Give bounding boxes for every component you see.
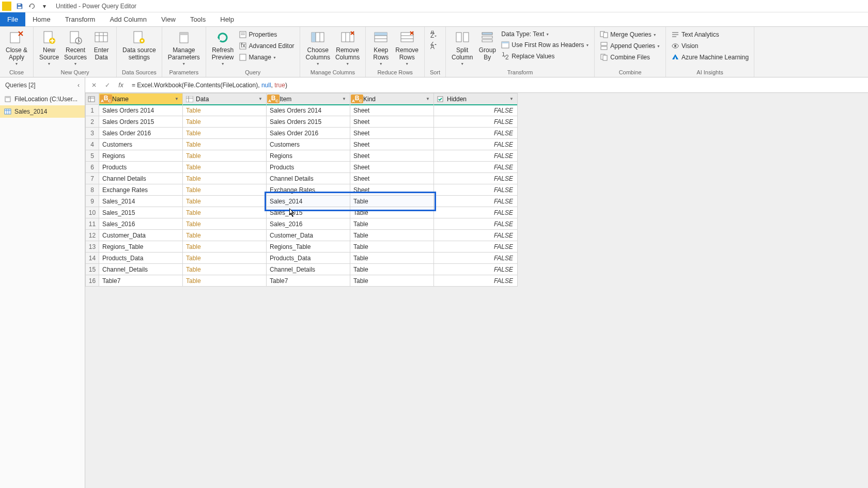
cell-data[interactable]: Table [183, 196, 267, 207]
cell-data[interactable]: Table [183, 264, 267, 275]
cell-kind[interactable]: Sheet [350, 150, 434, 162]
cell-item[interactable]: Customer_Data [267, 230, 350, 241]
table-row[interactable]: 9Sales_2014TableSales_2014TableFALSE [86, 196, 518, 207]
cell-kind[interactable]: Table [350, 253, 434, 264]
cell-data[interactable]: Table [183, 207, 267, 218]
data-source-settings-button[interactable]: Data source settings [120, 28, 159, 62]
cell-item[interactable]: Regions_Table [267, 241, 350, 253]
query-item[interactable]: FileLocation (C:\User... [0, 93, 85, 105]
cell-item[interactable]: Products_Data [267, 253, 350, 264]
split-column-button[interactable]: Split Column▼ [449, 28, 475, 67]
row-number[interactable]: 12 [86, 230, 99, 241]
cell-item[interactable]: Sales_2015 [267, 207, 350, 218]
keep-rows-button[interactable]: Keep Rows▼ [369, 28, 393, 67]
cell-name[interactable]: Table7 [99, 275, 183, 287]
row-number[interactable]: 2 [86, 116, 99, 128]
merge-queries-button[interactable]: Merge Queries▼ [598, 29, 662, 40]
table-row[interactable]: 2Sales Orders 2015TableSales Orders 2015… [86, 116, 518, 128]
cell-name[interactable]: Products_Data [99, 253, 183, 264]
filter-dropdown-icon[interactable]: ▼ [340, 96, 348, 103]
type-icon[interactable] [185, 96, 194, 103]
cell-kind[interactable]: Table [350, 207, 434, 218]
cell-data[interactable]: Table [183, 128, 267, 139]
properties-button[interactable]: Properties [237, 29, 297, 40]
collapse-queries-icon[interactable]: ‹ [78, 82, 80, 89]
cell-kind[interactable]: Table [350, 264, 434, 275]
combine-files-button[interactable]: Combine Files [598, 52, 662, 62]
undo-icon[interactable] [26, 1, 38, 12]
cell-name[interactable]: Channel Details [99, 173, 183, 184]
row-number[interactable]: 16 [86, 275, 99, 287]
data-type-button[interactable]: Data Type: Text▼ [499, 29, 591, 39]
table-row[interactable]: 6ProductsTableProductsSheetFALSE [86, 162, 518, 173]
recent-sources-button[interactable]: Recent Sources▼ [61, 28, 89, 67]
save-icon[interactable] [14, 1, 25, 12]
text-analytics-button[interactable]: Text Analytics [669, 29, 751, 40]
manage-button[interactable]: Manage▼ [237, 52, 297, 62]
cell-kind[interactable]: Table [350, 230, 434, 241]
cell-hidden[interactable]: FALSE [434, 264, 518, 275]
column-header-item[interactable]: ABCItem▼ [267, 93, 350, 105]
table-row[interactable]: 5RegionsTableRegionsSheetFALSE [86, 150, 518, 162]
accept-formula-icon[interactable]: ✓ [102, 80, 113, 91]
cell-data[interactable]: Table [183, 116, 267, 128]
cell-kind[interactable]: Table [350, 218, 434, 230]
row-number[interactable]: 4 [86, 139, 99, 150]
cell-hidden[interactable]: FALSE [434, 230, 518, 241]
cell-hidden[interactable]: FALSE [434, 128, 518, 139]
cell-hidden[interactable]: FALSE [434, 275, 518, 287]
cell-name[interactable]: Regions_Table [99, 241, 183, 253]
cell-kind[interactable]: Sheet [350, 116, 434, 128]
cell-item[interactable]: Exchange Rates [267, 184, 350, 196]
column-header-data[interactable]: Data▼ [183, 93, 267, 105]
cell-item[interactable]: Channel_Details [267, 264, 350, 275]
row-number[interactable]: 15 [86, 264, 99, 275]
cell-hidden[interactable]: FALSE [434, 105, 518, 116]
cell-item[interactable]: Sales_2016 [267, 218, 350, 230]
row-number[interactable]: 1 [86, 105, 99, 116]
cell-item[interactable]: Regions [267, 150, 350, 162]
table-row[interactable]: 3Sales Order 2016TableSales Order 2016Sh… [86, 128, 518, 139]
cell-name[interactable]: Regions [99, 150, 183, 162]
advanced-editor-button[interactable]: fxAdvanced Editor [237, 41, 297, 51]
cell-data[interactable]: Table [183, 275, 267, 287]
fx-icon[interactable]: fx [115, 80, 127, 91]
cell-kind[interactable]: Sheet [350, 162, 434, 173]
cell-hidden[interactable]: FALSE [434, 253, 518, 264]
cell-item[interactable]: Sales Orders 2014 [267, 105, 350, 116]
row-number[interactable]: 5 [86, 150, 99, 162]
cell-hidden[interactable]: FALSE [434, 241, 518, 253]
row-number[interactable]: 9 [86, 196, 99, 207]
column-header-kind[interactable]: ABCKind▼ [350, 93, 434, 105]
cell-data[interactable]: Table [183, 184, 267, 196]
cell-kind[interactable]: Sheet [350, 128, 434, 139]
table-row[interactable]: 7Channel DetailsTableChannel DetailsShee… [86, 173, 518, 184]
cell-item[interactable]: Sales_2014 [267, 196, 350, 207]
grid-corner[interactable] [86, 93, 99, 105]
cell-item[interactable]: Sales Orders 2015 [267, 116, 350, 128]
row-number[interactable]: 14 [86, 253, 99, 264]
tab-file[interactable]: File [0, 12, 25, 26]
tab-home[interactable]: Home [25, 12, 58, 26]
cell-item[interactable]: Products [267, 162, 350, 173]
choose-columns-button[interactable]: Choose Columns▼ [303, 28, 333, 67]
table-row[interactable]: 11Sales_2016TableSales_2016TableFALSE [86, 218, 518, 230]
table-row[interactable]: 12Customer_DataTableCustomer_DataTableFA… [86, 230, 518, 241]
cell-kind[interactable]: Sheet [350, 184, 434, 196]
cell-item[interactable]: Table7 [267, 275, 350, 287]
formula-input[interactable]: = Excel.Workbook(File.Contents(FileLocat… [129, 81, 865, 90]
cell-hidden[interactable]: FALSE [434, 196, 518, 207]
row-number[interactable]: 7 [86, 173, 99, 184]
row-number[interactable]: 8 [86, 184, 99, 196]
cell-kind[interactable]: Sheet [350, 139, 434, 150]
cell-data[interactable]: Table [183, 241, 267, 253]
type-icon[interactable]: ABC [101, 96, 111, 103]
cell-hidden[interactable]: FALSE [434, 116, 518, 128]
cell-hidden[interactable]: FALSE [434, 218, 518, 230]
table-row[interactable]: 4CustomersTableCustomersSheetFALSE [86, 139, 518, 150]
table-row[interactable]: 14Products_DataTableProducts_DataTableFA… [86, 253, 518, 264]
filter-dropdown-icon[interactable]: ▼ [508, 96, 515, 103]
tab-help[interactable]: Help [213, 12, 241, 26]
column-header-name[interactable]: ABCName▼ [99, 93, 183, 105]
cell-data[interactable]: Table [183, 139, 267, 150]
